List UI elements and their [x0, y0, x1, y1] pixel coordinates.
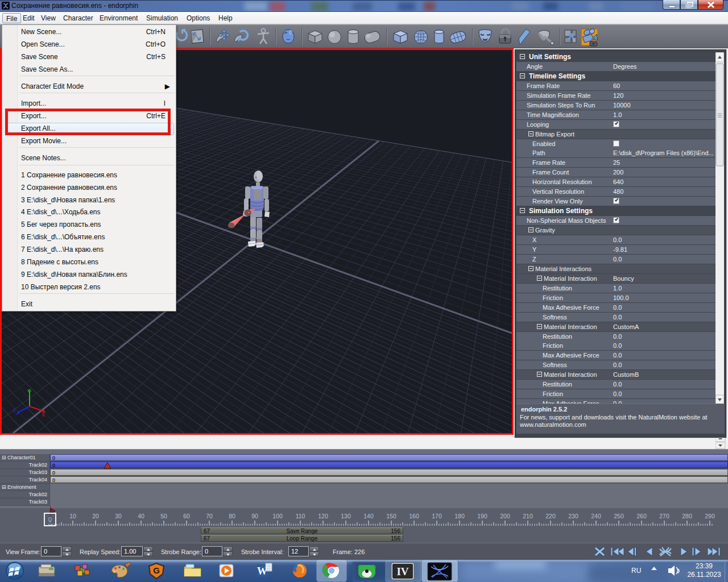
svg-text:150: 150: [386, 513, 396, 519]
svg-text:20: 20: [92, 513, 99, 519]
svg-text:Z: Z: [13, 408, 16, 413]
svg-text:260: 260: [636, 513, 647, 519]
svg-text:280: 280: [682, 513, 692, 519]
svg-text:160: 160: [409, 513, 419, 519]
svg-text:270: 270: [659, 513, 669, 519]
svg-text:10: 10: [69, 513, 76, 519]
svg-text:50: 50: [160, 513, 167, 519]
svg-text:80: 80: [229, 513, 235, 519]
svg-text:220: 220: [545, 513, 556, 519]
svg-text:IV: IV: [396, 566, 408, 577]
svg-text:70: 70: [206, 513, 213, 519]
svg-text:210: 210: [523, 513, 533, 519]
svg-text:180: 180: [454, 513, 465, 519]
svg-text:130: 130: [341, 513, 351, 519]
svg-text:240: 240: [591, 513, 601, 519]
svg-text:30: 30: [115, 513, 122, 519]
svg-text:X: X: [42, 412, 45, 418]
svg-text:Y: Y: [27, 388, 31, 394]
svg-text:100: 100: [272, 513, 283, 519]
svg-text:90: 90: [251, 513, 258, 519]
svg-text:120: 120: [318, 513, 328, 519]
svg-text:140: 140: [363, 513, 374, 519]
svg-text:230: 230: [568, 513, 578, 519]
svg-text:0: 0: [48, 516, 52, 523]
svg-text:250: 250: [614, 513, 624, 519]
svg-text:200: 200: [500, 513, 510, 519]
svg-text:190: 190: [477, 513, 487, 519]
svg-text:110: 110: [296, 513, 305, 519]
svg-text:170: 170: [432, 513, 442, 519]
svg-text:40: 40: [138, 513, 144, 519]
svg-text:60: 60: [183, 513, 190, 519]
svg-text:G: G: [153, 566, 160, 575]
svg-text:290: 290: [705, 513, 715, 519]
